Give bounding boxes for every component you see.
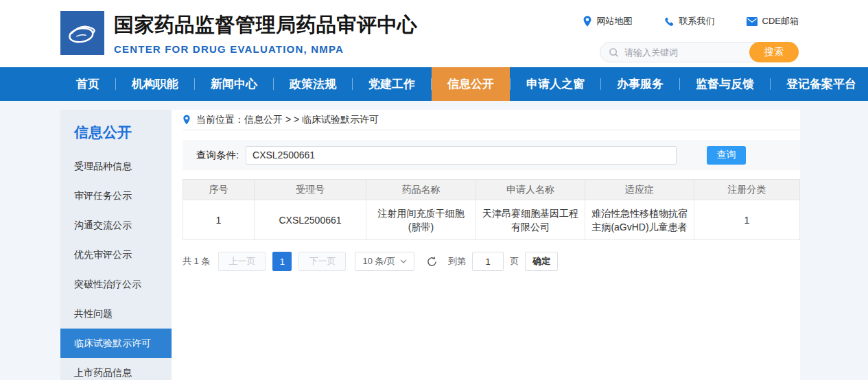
query-button[interactable]: 查询	[707, 146, 746, 165]
sidebar-item-breakthrough-therapy[interactable]: 突破性治疗公示	[60, 270, 172, 299]
chevron-down-icon	[400, 259, 407, 263]
goto-suffix-label: 页	[510, 255, 519, 268]
swan-logo-icon	[64, 15, 100, 51]
col-header-registration-class: 注册分类	[694, 180, 800, 200]
contact-link[interactable]: 联系我们	[664, 15, 715, 27]
goto-page-input[interactable]	[472, 252, 504, 271]
prev-page-button[interactable]: 上一页	[218, 252, 266, 271]
col-header-seq: 序号	[183, 180, 255, 200]
goto-page-group: 到第 页 确定	[448, 252, 558, 271]
sidebar-item-review-tasks[interactable]: 审评任务公示	[60, 181, 172, 211]
pagination: 共 1 条 上一页 1 下一页 10 条/页 到第 页 确定	[183, 252, 800, 271]
current-page-button[interactable]: 1	[272, 252, 292, 271]
page-size-select[interactable]: 10 条/页	[355, 252, 414, 271]
cell-acceptance-no: CXSL2500661	[255, 200, 366, 240]
nav-item-home[interactable]: 首页	[60, 67, 115, 101]
breadcrumb-text: 当前位置：信息公开 > > 临床试验默示许可	[196, 114, 379, 126]
search-input[interactable]	[624, 47, 727, 58]
nav-item-supervision[interactable]: 监督与反馈	[680, 67, 770, 101]
sidebar-title: 信息公开	[60, 110, 172, 152]
col-header-applicant: 申请人名称	[476, 180, 585, 200]
cell-indication: 难治性急性移植物抗宿主病(aGvHD)儿童患者	[585, 200, 694, 240]
main-panel: 当前位置：信息公开 > > 临床试验默示许可 查询条件: 查询 序号 受理号 药…	[172, 110, 800, 380]
nav-item-functions[interactable]: 机构职能	[116, 67, 194, 101]
cell-drug-name: 注射用间充质干细胞(脐带)	[366, 200, 476, 240]
phone-icon	[664, 16, 675, 27]
sidebar-item-common-issues[interactable]: 共性问题	[60, 299, 172, 329]
cell-applicant: 天津昂赛细胞基因工程有限公司	[476, 200, 585, 240]
site-logo[interactable]: 国家药品监督管理局药品审评中心 CENTER FOR DRUG EVALUATI…	[60, 11, 418, 55]
site-subtitle: CENTER FOR DRUG EVALUATION, NMPA	[114, 43, 418, 55]
nav-item-info-disclosure[interactable]: 信息公开	[432, 67, 510, 101]
site-header: 国家药品监督管理局药品审评中心 CENTER FOR DRUG EVALUATI…	[0, 0, 868, 67]
envelope-icon	[747, 17, 758, 26]
contact-link-label: 联系我们	[679, 15, 715, 27]
nav-item-policy[interactable]: 政策法规	[274, 67, 352, 101]
pagination-total: 共 1 条	[183, 255, 210, 268]
page-size-label: 10 条/页	[362, 255, 395, 268]
cell-seq: 1	[183, 200, 255, 240]
sidebar: 信息公开 受理品种信息 审评任务公示 沟通交流公示 优先审评公示 突破性治疗公示…	[60, 110, 172, 380]
breadcrumb: 当前位置：信息公开 > > 临床试验默示许可	[183, 110, 800, 130]
site-search: 搜索	[600, 42, 799, 62]
result-table: 序号 受理号 药品名称 申请人名称 适应症 注册分类 1 CXSL2500661…	[183, 179, 800, 240]
nav-item-applicant-window[interactable]: 申请人之窗	[511, 67, 600, 101]
next-page-button[interactable]: 下一页	[298, 252, 346, 271]
sidebar-item-clinical-trial-license[interactable]: 临床试验默示许可	[60, 329, 172, 358]
nav-item-services[interactable]: 办事服务	[601, 67, 679, 101]
table-row: 1 CXSL2500661 注射用间充质干细胞(脐带) 天津昂赛细胞基因工程有限…	[183, 200, 800, 240]
nav-item-party[interactable]: 党建工作	[353, 67, 431, 101]
utility-links: 网站地图 联系我们 CDE邮箱	[551, 15, 799, 27]
query-input[interactable]	[246, 146, 677, 165]
main-nav: 首页 机构职能 新闻中心 政策法规 党建工作 信息公开 申请人之窗 办事服务 监…	[0, 67, 868, 101]
site-title: 国家药品监督管理局药品审评中心	[114, 12, 418, 39]
mail-link[interactable]: CDE邮箱	[747, 15, 799, 27]
query-label: 查询条件:	[196, 149, 239, 162]
col-header-acceptance-no: 受理号	[255, 180, 366, 200]
search-button[interactable]: 搜索	[749, 42, 799, 62]
col-header-indication: 适应症	[585, 180, 694, 200]
location-pin-icon	[183, 115, 191, 125]
cell-registration-class: 1	[694, 200, 800, 240]
mail-link-label: CDE邮箱	[762, 15, 799, 27]
refresh-icon[interactable]	[426, 256, 438, 268]
table-header-row: 序号 受理号 药品名称 申请人名称 适应症 注册分类	[183, 180, 800, 200]
cde-logo-icon	[60, 11, 104, 55]
query-bar: 查询条件: 查询	[183, 140, 800, 170]
content-area: 信息公开 受理品种信息 审评任务公示 沟通交流公示 优先审评公示 突破性治疗公示…	[0, 101, 868, 380]
col-header-drug-name: 药品名称	[366, 180, 476, 200]
nav-item-registration-platform[interactable]: 登记备案平台	[771, 67, 868, 101]
goto-prefix-label: 到第	[448, 255, 466, 268]
search-icon	[609, 47, 619, 58]
sidebar-item-accepted-varieties[interactable]: 受理品种信息	[60, 152, 172, 181]
sidebar-item-communication[interactable]: 沟通交流公示	[60, 211, 172, 240]
sidebar-item-marketed-drugs[interactable]: 上市药品信息	[60, 358, 172, 380]
goto-confirm-button[interactable]: 确定	[525, 252, 558, 271]
sidebar-item-priority-review[interactable]: 优先审评公示	[60, 240, 172, 270]
nav-item-news[interactable]: 新闻中心	[195, 67, 273, 101]
sitemap-link-label: 网站地图	[597, 15, 633, 27]
location-pin-icon	[583, 16, 592, 27]
sitemap-link[interactable]: 网站地图	[583, 15, 633, 27]
